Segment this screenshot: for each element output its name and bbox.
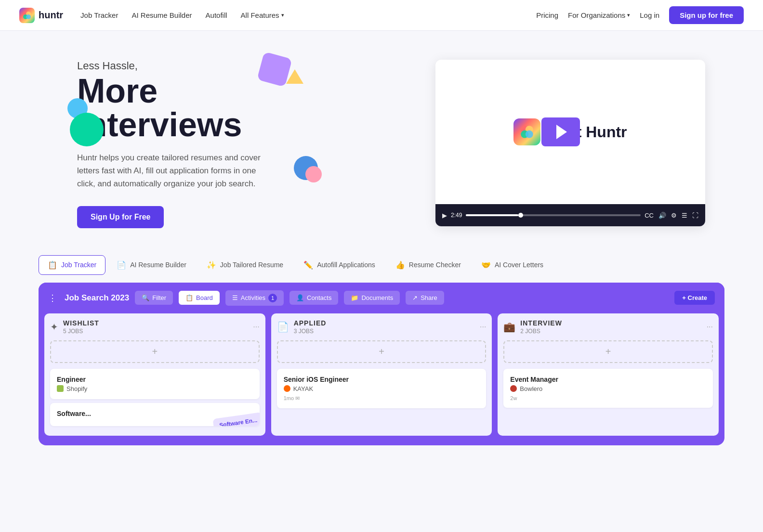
job-card-engineer[interactable]: Engineer Shopify [50,369,260,399]
activities-icon: ☰ [232,294,238,301]
chevron-down-icon: ▾ [281,12,284,18]
video-controls: ▶ 2:49 CC 🔊 ⚙ ☰ ⛶ [435,204,705,226]
hero-cta-button[interactable]: Sign Up for Free [77,206,164,228]
video-progress-bar[interactable] [466,214,641,216]
signup-button[interactable]: Sign up for free [669,6,744,24]
nav-job-tracker[interactable]: Job Tracker [80,11,118,19]
nav-all-features[interactable]: All Features ▾ [241,11,284,19]
col-interview-header: 💼 INTERVIEW 2 JOBS ··· [503,319,713,335]
board-columns: ✦ WISHLIST 5 JOBS ··· + Engineer Shopify… [39,313,724,436]
event-manager-meta: 2w [510,395,706,401]
job-tracker-tab-icon: 📋 [48,260,57,270]
interview-col-dots[interactable]: ··· [707,323,713,331]
hero-left: Less Hassle, More Interviews Huntr helps… [77,60,318,228]
logo-text: huntr [39,10,63,21]
video-logo-icon [513,118,540,145]
applied-col-count: 3 JOBS [294,328,475,335]
ios-engineer-company: KAYAK [284,385,480,392]
board-icon: 📋 [185,294,193,301]
board-title: Job Search 2023 [65,293,129,303]
shape-green [70,113,104,146]
tab-autofill-applications[interactable]: ✏️ Autofill Applications [294,255,384,275]
col-wishlist-header: ✦ WISHLIST 5 JOBS ··· [50,319,260,335]
nav-ai-resume-builder[interactable]: AI Resume Builder [132,11,192,19]
interview-add-btn[interactable]: + [503,340,713,363]
tab-ai-resume-builder[interactable]: 📄 AI Resume Builder [107,255,196,275]
video-control-icons: CC 🔊 ⚙ ☰ ⛶ [645,212,698,219]
cc-icon[interactable]: CC [645,212,654,219]
ios-engineer-title: Senior iOS Engineer [284,376,480,383]
interview-col-icon: 💼 [503,321,515,333]
applied-col-icon: 📄 [277,321,289,333]
documents-icon: 📁 [351,294,358,301]
event-manager-company: Bowlero [510,385,706,392]
autofill-tab-icon: ✏️ [303,260,313,270]
video-progress-fill [466,214,518,216]
chevron-down-icon: ▾ [627,12,630,18]
board-container: ⋮ Job Search 2023 🔍 Filter 📋 Board ☰ Act… [39,283,724,445]
board-header: ⋮ Job Search 2023 🔍 Filter 📋 Board ☰ Act… [39,283,724,313]
video-play-ctrl[interactable]: ▶ [442,212,447,219]
wishlist-col-dots[interactable]: ··· [253,323,259,331]
job-tailored-tab-icon: ✨ [207,260,216,270]
company-dot-shopify [57,385,64,392]
svg-point-3 [26,14,31,19]
job-card-event-manager[interactable]: Event Manager Bowlero 2w [503,369,713,408]
resume-checker-tab-icon: 👍 [395,260,405,270]
job-card-ios-engineer[interactable]: Senior iOS Engineer KAYAK 1mo ✉ [277,369,487,408]
interview-col-count: 2 JOBS [520,328,701,335]
login-button[interactable]: Log in [640,11,659,19]
applied-col-title: APPLIED [294,319,475,327]
nav-pricing[interactable]: Pricing [536,11,558,19]
event-manager-title: Event Manager [510,376,706,383]
activities-badge: 1 [268,294,277,302]
nav-autofill[interactable]: Autofill [206,11,227,19]
feature-tabs: 📋 Job Tracker 📄 AI Resume Builder ✨ Job … [0,247,763,283]
board-create-btn[interactable]: + Create [674,291,715,305]
logo[interactable]: huntr [19,8,63,23]
svg-point-7 [526,130,533,138]
job-card-software[interactable]: Software... Software En... [50,403,260,426]
video-main: Meet Huntr [435,60,705,204]
video-progress-dot [518,213,523,218]
job-card-software-title: Software... [57,410,253,417]
board-share-btn[interactable]: ↗ Share [406,291,444,305]
hero-video: Meet Huntr ▶ 2:49 CC 🔊 ⚙ ☰ ⛶ [435,60,705,226]
hero-description: Huntr helps you create tailored resumes … [77,151,270,191]
share-icon: ↗ [412,294,418,301]
fullscreen-icon[interactable]: ⛶ [692,212,698,219]
wishlist-col-count: 5 JOBS [63,328,248,335]
board-documents-btn[interactable]: 📁 Documents [344,291,400,305]
wishlist-add-btn[interactable]: + [50,340,260,363]
board-contacts-btn[interactable]: 👤 Contacts [289,291,338,305]
board-activities-btn[interactable]: ☰ Activities 1 [225,290,284,306]
tab-job-tracker[interactable]: 📋 Job Tracker [39,255,105,275]
video-time: 2:49 [451,212,462,219]
col-applied-header: 📄 APPLIED 3 JOBS ··· [277,319,487,335]
navbar: huntr Job Tracker AI Resume Builder Auto… [0,0,763,31]
ios-engineer-meta: 1mo ✉ [284,395,480,402]
tab-resume-checker[interactable]: 👍 Resume Checker [386,255,470,275]
nav-for-organizations[interactable]: For Organizations ▾ [568,11,630,19]
board-col-applied: 📄 APPLIED 3 JOBS ··· + Senior iOS Engine… [271,313,492,436]
chapters-icon[interactable]: ☰ [682,212,687,219]
company-dot-bowlero [510,385,517,392]
settings-icon[interactable]: ⚙ [671,212,677,219]
wishlist-col-title: WISHLIST [63,319,248,327]
ai-cover-tab-icon: 🤝 [481,260,491,270]
board-board-btn[interactable]: 📋 Board [179,291,220,305]
shape-pink [305,166,322,182]
tab-job-tailored-resume[interactable]: ✨ Job Tailored Resume [197,255,292,275]
video-play-button[interactable] [541,117,580,146]
shape-yellow [286,69,303,84]
board-filter-btn[interactable]: 🔍 Filter [135,291,173,305]
play-icon [556,125,567,139]
board-menu-dots[interactable]: ⋮ [48,293,57,303]
company-dot-kayak [284,385,290,392]
job-card-title: Engineer [57,376,253,383]
applied-add-btn[interactable]: + [277,340,487,363]
volume-icon[interactable]: 🔊 [658,212,666,219]
tab-ai-cover-letters[interactable]: 🤝 AI Cover Letters [472,255,553,275]
applied-col-dots[interactable]: ··· [480,323,486,331]
interview-col-title: INTERVIEW [520,319,701,327]
